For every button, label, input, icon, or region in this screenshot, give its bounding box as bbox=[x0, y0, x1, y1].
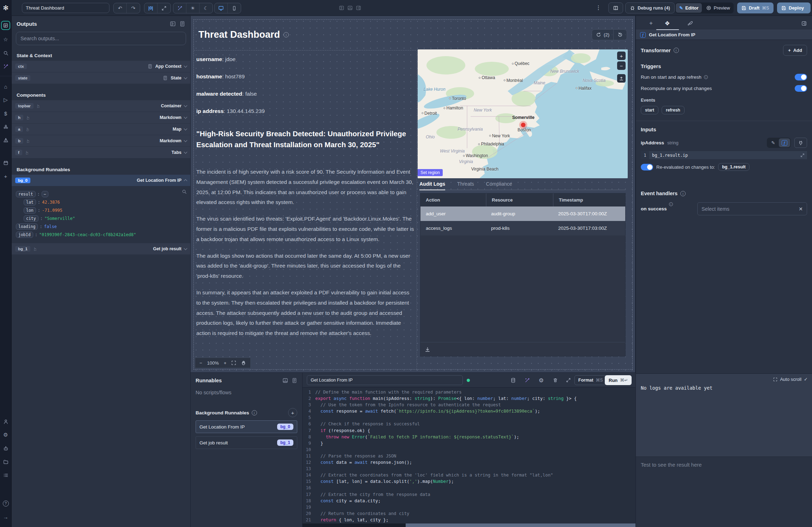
code-line[interactable]: 13 bbox=[303, 466, 635, 472]
auto-scroll-label[interactable]: Auto scroll bbox=[780, 377, 801, 382]
variables-nav-icon[interactable]: $ bbox=[0, 107, 12, 120]
docs-button[interactable] bbox=[608, 2, 623, 13]
toggle-bottom-panel-icon[interactable] bbox=[346, 4, 353, 11]
code-line[interactable]: 4 const response = await fetch(`https://… bbox=[303, 408, 635, 414]
doc-icon[interactable] bbox=[292, 378, 297, 383]
code-line[interactable]: 20 // Return the coordinates and city bbox=[303, 510, 635, 517]
undo-button[interactable]: ↶ bbox=[114, 3, 127, 13]
zoom-in-button[interactable]: + bbox=[224, 360, 227, 366]
home-nav-icon[interactable]: ⌂ bbox=[0, 80, 12, 93]
collapse-panel-icon[interactable] bbox=[170, 21, 176, 27]
code-line[interactable]: 3 // Use the token from the Ipinfo resou… bbox=[303, 402, 635, 408]
toggle-left-panel-icon[interactable] bbox=[338, 4, 345, 11]
collapse-bottom-icon[interactable] bbox=[282, 378, 288, 383]
runnable-item-bg0[interactable]: Get Location From IP bg_0 bbox=[196, 420, 297, 433]
code-line[interactable]: 6 // Check if the response is successful bbox=[303, 421, 635, 427]
component-outline-icon[interactable]: |0| bbox=[144, 3, 157, 13]
editor-tab[interactable]: ✎ Editor bbox=[676, 3, 702, 13]
user-nav-icon[interactable] bbox=[0, 415, 12, 428]
draft-button[interactable]: Draft ⌘S bbox=[737, 2, 774, 13]
expr-mode-icon[interactable]: ƒ bbox=[779, 138, 790, 147]
chevron-down-icon[interactable] bbox=[184, 64, 187, 68]
workers-nav-icon[interactable] bbox=[0, 442, 12, 455]
map-zoom-out-button[interactable]: − bbox=[617, 61, 626, 70]
run-on-start-toggle[interactable] bbox=[795, 74, 807, 80]
tab-compliance[interactable]: Compliance bbox=[486, 181, 512, 190]
download-icon[interactable] bbox=[425, 347, 430, 352]
redo-button[interactable]: ↷ bbox=[127, 3, 140, 13]
reeval-dependency-chip[interactable]: bg_1.result bbox=[718, 163, 750, 171]
code-line[interactable]: 7 if (!response.ok) { bbox=[303, 427, 635, 434]
app-canvas[interactable]: Threat Dashboard i (2) username: jdoe ho… bbox=[191, 16, 635, 372]
refresh-all-button[interactable]: (2) bbox=[592, 30, 614, 40]
preview-tab[interactable]: Preview bbox=[703, 3, 733, 13]
chevron-down-icon[interactable] bbox=[184, 139, 187, 142]
map-zoom-in-button[interactable]: + bbox=[617, 52, 626, 60]
insert-tab-icon[interactable]: + bbox=[646, 19, 656, 28]
json-row-city[interactable]: city: "Somerville" bbox=[16, 215, 186, 222]
search-nav-icon[interactable] bbox=[0, 46, 12, 60]
search-json-icon[interactable] bbox=[182, 189, 187, 194]
run-button[interactable]: Run ⌘↵ bbox=[605, 375, 632, 385]
expand-canvas-icon[interactable] bbox=[157, 3, 171, 13]
code-line[interactable]: 21 return { lon, lat, city }; bbox=[303, 517, 635, 523]
component-row-h[interactable]: h☞ Markdown bbox=[12, 112, 190, 124]
zoom-out-button[interactable]: − bbox=[199, 360, 202, 366]
windmill-logo-icon[interactable]: ✻ bbox=[0, 0, 12, 16]
code-line[interactable]: 12 const data = await response.json(); bbox=[303, 459, 635, 466]
chevron-down-icon[interactable] bbox=[184, 247, 187, 250]
markdown-fields-component[interactable]: username: jdoe hostname: host789 malware… bbox=[196, 56, 408, 125]
set-region-button[interactable]: Set region bbox=[418, 169, 443, 176]
chevron-down-icon[interactable] bbox=[184, 127, 187, 131]
editor-settings-icon[interactable]: ⚙ bbox=[537, 376, 546, 385]
recompute-history-button[interactable] bbox=[614, 30, 627, 40]
help-nav-icon[interactable]: ? bbox=[0, 497, 12, 510]
settings-nav-icon[interactable]: ⚙ bbox=[0, 428, 12, 442]
ai-wand-icon[interactable] bbox=[173, 3, 186, 13]
component-row-a[interactable]: a☞ Map bbox=[12, 124, 190, 135]
collapse-node-icon[interactable]: − bbox=[42, 191, 48, 197]
resources-nav-icon[interactable] bbox=[0, 120, 12, 133]
schedules-nav-icon[interactable] bbox=[0, 133, 12, 147]
component-row-b[interactable]: b☞ Markdown bbox=[12, 135, 190, 147]
more-options-icon[interactable]: ⋮ bbox=[595, 4, 602, 11]
chevron-down-icon[interactable] bbox=[184, 150, 187, 154]
column-header-timestamp[interactable]: Timestamp bbox=[553, 193, 625, 206]
star-nav-icon[interactable]: ☆ bbox=[0, 33, 12, 46]
logout-nav-icon[interactable]: → bbox=[0, 510, 12, 523]
mobile-view-icon[interactable] bbox=[228, 3, 241, 13]
style-tab-icon[interactable] bbox=[685, 19, 694, 28]
doc-panel-icon[interactable] bbox=[179, 21, 185, 27]
output-row-ctx[interactable]: ctx App Context bbox=[12, 61, 190, 72]
expand-editor-icon[interactable] bbox=[564, 376, 573, 385]
pan-hand-button[interactable] bbox=[241, 360, 246, 365]
on-success-select[interactable]: Select items ✕ bbox=[697, 202, 807, 215]
code-line[interactable]: 18 const city = data.city; bbox=[303, 498, 635, 504]
logs-nav-icon[interactable] bbox=[0, 468, 12, 482]
debug-runs-button[interactable]: Debug runs (4) bbox=[625, 2, 675, 13]
code-line[interactable]: 8 throw new Error(`Failed to fetch IP in… bbox=[303, 434, 635, 440]
json-row-lat[interactable]: lat: 42.3876 bbox=[16, 199, 186, 205]
tab-audit-logs[interactable]: Audit Logs bbox=[419, 181, 445, 190]
add-nav-icon[interactable]: + bbox=[0, 169, 12, 183]
desktop-view-icon[interactable] bbox=[215, 3, 228, 13]
settings-tab-icon[interactable]: ❖ bbox=[663, 19, 672, 28]
clear-select-icon[interactable]: ✕ bbox=[799, 206, 803, 212]
runnable-name-input[interactable] bbox=[307, 375, 463, 385]
fit-view-button[interactable] bbox=[231, 360, 236, 365]
light-mode-icon[interactable]: ☀ bbox=[186, 3, 199, 13]
deploy-button[interactable]: Deploy bbox=[777, 2, 811, 13]
json-row-loading[interactable]: loading: false bbox=[16, 223, 186, 230]
folders-nav-icon[interactable] bbox=[0, 455, 12, 468]
code-line[interactable]: 17 // Extract the city from the response… bbox=[303, 491, 635, 498]
input-expression-row[interactable]: 1 bg_1.result.ip bbox=[641, 151, 807, 159]
runnable-item-bg1[interactable]: Get job result bg_1 bbox=[196, 436, 297, 449]
runs-nav-icon[interactable]: ▷ bbox=[0, 93, 12, 107]
expand-logs-icon[interactable] bbox=[773, 377, 777, 382]
format-button[interactable]: Format ⌘S bbox=[574, 375, 607, 385]
chevron-down-icon[interactable] bbox=[184, 76, 187, 79]
map-fit-button[interactable] bbox=[617, 74, 626, 83]
map-component[interactable]: > QuébecNew BrunswickOttawaMontréalMaine… bbox=[418, 49, 628, 178]
topbar-container-component[interactable]: Threat Dashboard i (2) bbox=[194, 24, 632, 50]
code-line[interactable]: 1// Define the main function with the re… bbox=[303, 389, 635, 395]
